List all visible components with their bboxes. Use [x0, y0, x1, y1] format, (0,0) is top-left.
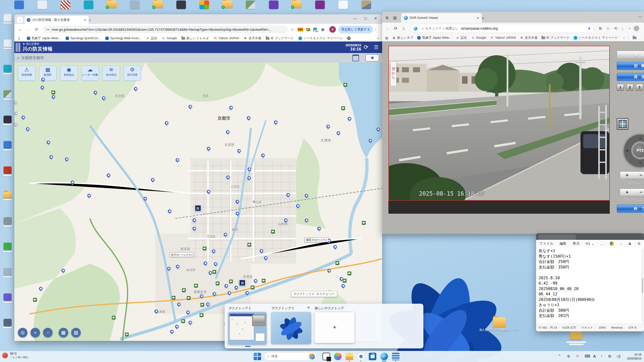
- tab-search-button[interactable]: ⌄: [17, 17, 23, 23]
- back-button[interactable]: ←: [16, 27, 24, 32]
- desktop-icon-folder[interactable]: ✓: [221, 1, 234, 8]
- relaunch-update-button[interactable]: 再起動して更新する: [338, 26, 373, 33]
- focus-minus-button[interactable]: －: [634, 189, 644, 196]
- tray-display-icon[interactable]: ⧉: [608, 354, 611, 358]
- zoom-minus-button[interactable]: －: [634, 172, 644, 179]
- camera-marker[interactable]: [216, 281, 220, 286]
- window-maximize-button[interactable]: ▢: [364, 16, 367, 20]
- zoom-in-button[interactable]: ＋: [30, 328, 40, 337]
- chrome-icon[interactable]: [357, 353, 365, 360]
- address-bar[interactable]: ⚠ セキュリティ保護なし sinsenyasai.nsddns.org ★: [410, 24, 594, 33]
- window-minimize-button[interactable]: —: [638, 15, 642, 19]
- desktop-icon-photo[interactable]: [244, 1, 257, 9]
- copilot-icon[interactable]: [334, 353, 342, 360]
- taskview-button[interactable]: [323, 353, 330, 360]
- bookmark-item[interactable]: IE ブックマーク: [541, 36, 570, 40]
- desktop1-thumbnail[interactable]: [228, 312, 267, 345]
- camera-marker[interactable]: [194, 284, 198, 288]
- desktop-icon-dark[interactable]: [2, 116, 13, 125]
- camera-video-feed[interactable]: 何から 2025-08-15 16:18:05: [388, 46, 610, 201]
- desktop-icon-teal[interactable]: [2, 65, 13, 74]
- hamburger-menu-icon[interactable]: ☰: [374, 44, 379, 50]
- camera-marker[interactable]: [247, 243, 252, 247]
- camera-marker[interactable]: [342, 279, 347, 283]
- tray-chevron-icon[interactable]: ⌃: [558, 354, 561, 358]
- menu-item[interactable]: 表示: [573, 241, 580, 246]
- dvr-grid-view-button[interactable]: [617, 118, 628, 130]
- tray-security-icon[interactable]: ⊗: [567, 354, 570, 358]
- desktop-icon-photo[interactable]: [2, 90, 13, 100]
- camera-marker[interactable]: [347, 271, 351, 276]
- ptz-down-arrow[interactable]: ▼: [639, 161, 642, 165]
- bookmark-item[interactable]: GGoogle: [471, 36, 486, 40]
- zoom-out-button[interactable]: －: [43, 328, 53, 337]
- bookmark-item[interactable]: Y!Yahoo! JAPAN: [213, 36, 239, 40]
- bookmark-item[interactable]: 気象庁 Japan Mete...: [417, 36, 452, 40]
- desktop-icon-folder[interactable]: ✓: [105, 1, 118, 8]
- refresh-icon[interactable]: ⟳: [364, 44, 368, 51]
- desktop-icon-tool[interactable]: [2, 319, 13, 328]
- microsoft-store-icon[interactable]: [369, 353, 376, 360]
- camera-marker[interactable]: [111, 315, 116, 320]
- vertical-tabs-icon[interactable]: ▥: [393, 16, 397, 20]
- exif-extension-icon[interactable]: EXIF: [298, 28, 303, 31]
- selected-station-marker[interactable]: ▤: [239, 280, 246, 286]
- profile-avatar[interactable]: 幸: [329, 26, 336, 33]
- desktop-icon-folder[interactable]: ✓: [151, 1, 165, 8]
- clock[interactable]: 16:18 2025/08/15: [627, 352, 641, 360]
- memo-app-icon[interactable]: [392, 353, 399, 360]
- bookmarks-overflow-chevron[interactable]: »: [377, 36, 379, 40]
- focus-control[interactable]: ＋ －: [620, 189, 644, 196]
- new-tab-button[interactable]: ＋: [88, 17, 92, 23]
- tray-app-icon[interactable]: ◔: [600, 354, 602, 358]
- zoom-plus-button[interactable]: ＋: [620, 172, 634, 179]
- desktop-icon-winc[interactable]: [198, 1, 211, 9]
- tab-close-icon[interactable]: ✕: [84, 18, 87, 22]
- tab-close-icon[interactable]: ✕: [477, 16, 479, 20]
- tab-actions-icon[interactable]: ⧉: [386, 16, 388, 20]
- back-button[interactable]: ←: [384, 26, 392, 31]
- desktop-icon-cpu[interactable]: [175, 1, 188, 9]
- photos-extension-icon[interactable]: [306, 28, 310, 31]
- file-explorer-icon[interactable]: [346, 353, 353, 360]
- reload-button[interactable]: ⟳: [32, 27, 41, 32]
- desktop-icon-green[interactable]: [2, 243, 13, 252]
- camera-marker[interactable]: [262, 279, 266, 283]
- desktop-folder-shortcut-2[interactable]: [562, 331, 590, 345]
- account-icon[interactable]: 👤︎: [628, 242, 631, 246]
- desktop-icon-mail[interactable]: [2, 39, 13, 49]
- camera-marker[interactable]: [271, 230, 275, 234]
- desktop-icon-teal[interactable]: [82, 1, 95, 9]
- camera-marker[interactable]: [182, 288, 186, 292]
- selected-station-marker[interactable]: ▤: [195, 205, 201, 211]
- window-close-button[interactable]: ✕: [374, 16, 377, 20]
- camera-marker[interactable]: [341, 106, 345, 110]
- bookmark-item[interactable]: Synology QuickCon...: [65, 36, 101, 40]
- camera-marker[interactable]: [186, 296, 191, 300]
- favorites-folder-icon[interactable]: [633, 36, 636, 39]
- dvr-play-button[interactable]: 再 生: [617, 73, 644, 81]
- desktop-icon-music[interactable]: [337, 1, 350, 9]
- bookmark-item[interactable]: IE ブックマーク: [266, 36, 294, 40]
- map-canvas[interactable]: 京都市右京区北区左京区大津市上京区東山区山科区下京区西京区南区伏見区向日市長岡京…: [14, 63, 382, 341]
- camera-marker[interactable]: [335, 261, 339, 265]
- camera-marker[interactable]: [343, 83, 347, 87]
- camera-marker[interactable]: [212, 270, 217, 274]
- style-dropdown[interactable]: H1 ⌄: [586, 242, 594, 246]
- ptz-up-arrow[interactable]: ▲: [639, 136, 642, 140]
- dvr-channel-button-1[interactable]: 1: [617, 84, 624, 91]
- browser-tab[interactable]: DVR ActiveX Viewer ✕: [401, 13, 482, 23]
- extensions-puzzle-icon[interactable]: ▣: [321, 27, 325, 32]
- desktop-icon-app2[interactable]: [128, 1, 141, 9]
- desktop-icon-blue[interactable]: [2, 141, 13, 151]
- window-minimize-button[interactable]: —: [353, 16, 357, 20]
- visibility-toggle-button[interactable]: ◉: [366, 54, 379, 61]
- favorite-star-icon[interactable]: ★: [588, 26, 591, 31]
- search-highlight-image[interactable]: [309, 353, 315, 359]
- menu-item[interactable]: ファイル: [539, 241, 553, 246]
- camera-marker[interactable]: [361, 221, 366, 225]
- more-options-icon[interactable]: …: [600, 242, 604, 246]
- focus-plus-button[interactable]: ＋: [620, 189, 634, 196]
- desktop-icon-blue[interactable]: [13, 1, 26, 9]
- bookmark-item[interactable]: 新しいフォルダ: [181, 36, 209, 40]
